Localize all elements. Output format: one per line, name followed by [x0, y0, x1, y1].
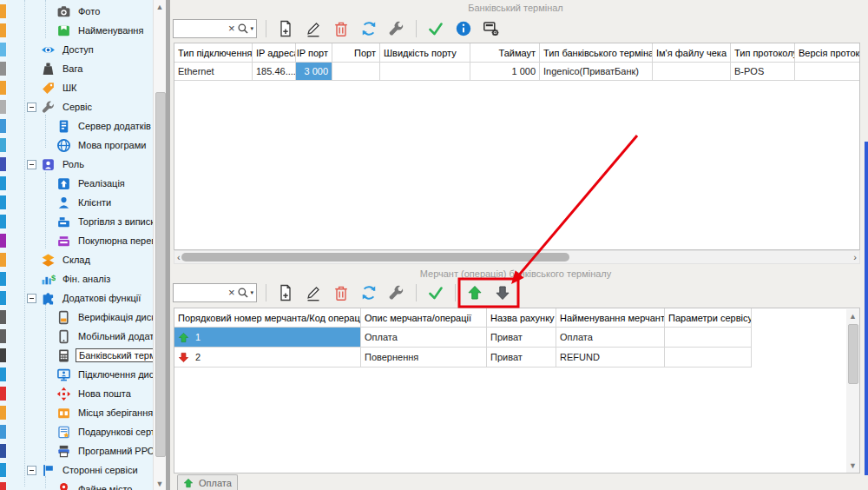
sidebar-scrollbar[interactable]: ▲ ▼: [153, 0, 166, 490]
table-row[interactable]: Ethernet185.46....3 0001 000Ingenico(При…: [174, 63, 860, 81]
column-header[interactable]: Таймаут: [470, 43, 540, 62]
tree-expander-icon[interactable]: [27, 103, 36, 112]
top-terminal-config-button[interactable]: [481, 18, 502, 39]
table-cell[interactable]: 2: [174, 348, 361, 367]
sidebar-scroll-thumb[interactable]: [155, 92, 166, 457]
table-cell[interactable]: 185.46....: [253, 63, 296, 80]
scroll-right-icon[interactable]: ›: [853, 252, 857, 263]
hscroll-thumb[interactable]: [181, 253, 569, 262]
sidebar-item-покупюрна-перевірка[interactable]: Покупюрна перевірка: [7, 231, 153, 250]
table-cell[interactable]: Приват: [487, 348, 556, 367]
top-edit-record-button[interactable]: [303, 18, 324, 39]
terminal-table[interactable]: Тип підключенняIP адресаIP портПортШвидк…: [174, 43, 860, 250]
top-confirm-button[interactable]: [425, 18, 446, 39]
top-delete-record-button[interactable]: [331, 18, 352, 39]
sidebar-item-торгівля-з-випискою-р[interactable]: Торгівля з випискою р: [7, 212, 153, 231]
column-header[interactable]: Опис мерчанта/операції: [361, 308, 487, 327]
top-info-button[interactable]: [453, 18, 474, 39]
table-cell[interactable]: REFUND: [556, 348, 665, 367]
sidebar-item-подарункові-сертифікати[interactable]: Подарункові сертифікати: [7, 422, 153, 441]
sidebar-item-верифікація-дисконтних[interactable]: Верифікація дисконтних: [7, 308, 153, 327]
column-header[interactable]: Версія протоколу: [795, 43, 860, 62]
sidebar-item-нова-пошта[interactable]: Нова пошта: [7, 384, 153, 403]
tab-oplata[interactable]: Оплата: [177, 474, 238, 490]
merchant-scroll-thumb[interactable]: [848, 324, 858, 384]
sidebar-item-програмний-рро[interactable]: Програмний РРО: [7, 441, 153, 460]
sidebar-item-реалізація[interactable]: Реалізація: [7, 174, 153, 193]
sidebar-item-сервер-додатків[interactable]: Сервер додатків: [7, 116, 153, 136]
sidebar-splitter[interactable]: [166, 0, 170, 490]
search-magnifier-icon[interactable]: [237, 23, 249, 35]
column-header[interactable]: Порт: [332, 43, 380, 62]
tree-expander-icon[interactable]: [27, 294, 36, 303]
column-header[interactable]: Найменування мерчанта: [556, 308, 665, 327]
column-header[interactable]: IP порт: [296, 43, 332, 62]
table-cell[interactable]: Приват: [487, 328, 556, 347]
table-cell[interactable]: [665, 328, 752, 347]
horizontal-scrollbar[interactable]: ‹ ›: [174, 250, 860, 264]
column-header[interactable]: Тип протоколу: [731, 43, 795, 62]
table-cell[interactable]: Повернення: [361, 348, 487, 367]
column-header[interactable]: IP адреса: [253, 43, 296, 62]
table-cell[interactable]: Оплата: [556, 328, 665, 347]
table-cell[interactable]: [795, 63, 860, 80]
scroll-down-icon[interactable]: ▼: [846, 460, 859, 471]
sidebar-item-шк[interactable]: ШК: [7, 78, 153, 97]
table-cell[interactable]: Оплата: [361, 328, 487, 347]
table-cell[interactable]: [332, 63, 380, 80]
bottom-delete-record-button[interactable]: [331, 282, 352, 303]
sidebar-item-мобільний-додаток[interactable]: Мобільний додаток: [7, 327, 153, 346]
column-header[interactable]: Швидкість порту: [380, 43, 470, 62]
top-search-input[interactable]: [176, 23, 226, 35]
table-row[interactable]: 2ПоверненняПриватREFUND: [174, 348, 752, 368]
bottom-refresh-button[interactable]: [358, 282, 379, 303]
table-cell[interactable]: Ethernet: [174, 63, 253, 80]
sidebar-item-місця-зберігання[interactable]: Місця зберігання: [7, 403, 153, 422]
bottom-search-input[interactable]: [176, 287, 226, 299]
sidebar-item-вага[interactable]: Вага: [7, 59, 153, 78]
scroll-left-icon[interactable]: ‹: [177, 252, 181, 263]
bottom-confirm-button[interactable]: [425, 282, 446, 303]
search-magnifier-icon[interactable]: [237, 287, 249, 299]
column-header[interactable]: Параметри сервісу: [665, 308, 752, 327]
sidebar-item-фін-аналіз[interactable]: $Фін. аналіз: [7, 269, 153, 288]
scroll-down-icon[interactable]: ▼: [154, 479, 166, 489]
bottom-service-tools-button[interactable]: [386, 282, 407, 303]
bottom-move-up-button[interactable]: [464, 282, 485, 303]
sidebar-item-додаткові-функції[interactable]: Додаткові функції: [7, 288, 153, 308]
table-row[interactable]: 1ОплатаПриватОплата: [174, 328, 752, 348]
tree-expander-icon[interactable]: [27, 466, 36, 475]
merchant-table[interactable]: Порядковий номер мерчанта/Код операціїОп…: [174, 308, 860, 473]
sidebar-item-банківський-термінал[interactable]: Банківський термінал: [7, 346, 153, 365]
sidebar-item-фото[interactable]: Фото: [7, 2, 153, 21]
merchant-table-scrollbar[interactable]: ▲ ▼: [846, 309, 859, 473]
sidebar-item-найменування[interactable]: Найменування: [7, 21, 153, 40]
table-cell[interactable]: [380, 63, 470, 80]
table-cell[interactable]: 1: [174, 328, 361, 347]
table-cell[interactable]: Ingenico(ПриватБанк): [540, 63, 653, 80]
table-cell[interactable]: [665, 348, 752, 367]
clear-search-icon[interactable]: ×: [226, 21, 238, 36]
scroll-up-icon[interactable]: ▲: [154, 2, 166, 12]
sidebar-item-файне-місто[interactable]: Файне місто: [7, 480, 153, 490]
column-header[interactable]: Назва рахунку: [487, 308, 556, 327]
column-header[interactable]: Порядковий номер мерчанта/Код операції: [174, 308, 361, 327]
column-header[interactable]: Тип підключення: [174, 43, 253, 62]
bottom-move-down-button[interactable]: [492, 282, 513, 303]
bottom-edit-record-button[interactable]: [303, 282, 324, 303]
sidebar-item-клієнти[interactable]: Клієнти: [7, 193, 153, 212]
sidebar-item-мова-програми[interactable]: Мова програми: [7, 136, 153, 155]
table-cell[interactable]: [653, 63, 731, 80]
top-refresh-button[interactable]: [358, 18, 379, 39]
sidebar-item-роль[interactable]: Роль: [7, 155, 153, 174]
column-header[interactable]: Ім'я файлу чека: [653, 43, 731, 62]
sidebar-item-сторонні-сервіси[interactable]: Сторонні сервіси: [7, 460, 153, 480]
sidebar-item-склад[interactable]: Склад: [7, 250, 153, 269]
top-service-tools-button[interactable]: [386, 18, 407, 39]
sidebar-item-сервіс[interactable]: Сервіс: [7, 97, 153, 116]
column-header[interactable]: Тип банківського терміналу: [540, 43, 653, 62]
search-dropdown-caret-icon[interactable]: ▾: [250, 289, 253, 296]
table-cell[interactable]: 3 000: [296, 63, 332, 80]
tree-expander-icon[interactable]: [27, 160, 36, 169]
scroll-up-icon[interactable]: ▲: [846, 311, 859, 321]
